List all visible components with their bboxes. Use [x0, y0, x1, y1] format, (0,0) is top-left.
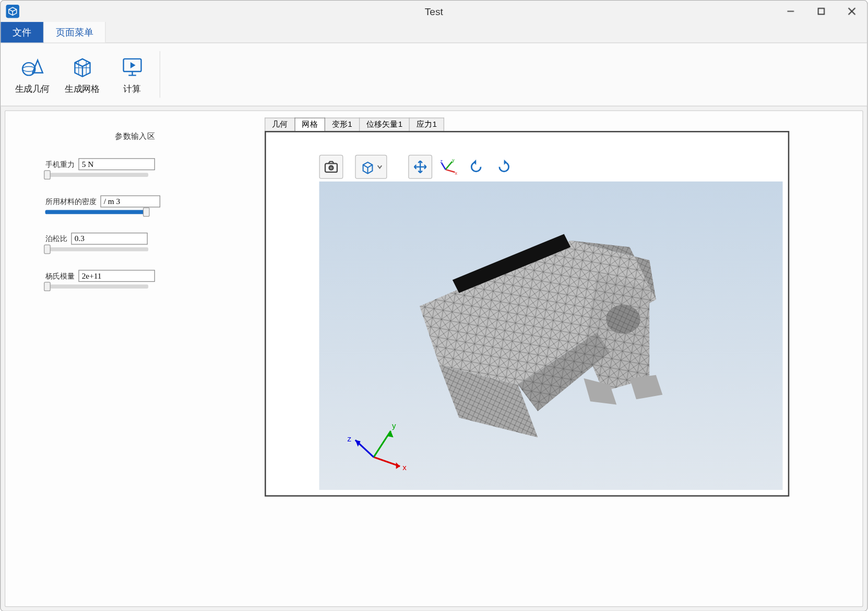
poisson-input[interactable] — [71, 233, 148, 245]
param-label: 泊松比 — [45, 234, 67, 244]
param-row-youngs: 杨氏模量 — [45, 270, 252, 289]
poisson-slider[interactable] — [45, 247, 148, 251]
density-slider[interactable] — [45, 210, 148, 214]
phone-weight-input[interactable] — [78, 158, 155, 170]
param-label: 杨氏模量 — [45, 271, 75, 281]
menu-tab-file[interactable]: 文件 — [1, 22, 44, 42]
viz-tabs: 几何 网格 变形1 位移矢量1 应力1 — [265, 117, 789, 130]
svg-text:y: y — [452, 158, 455, 163]
generate-mesh-button[interactable]: 生成网格 — [57, 46, 108, 103]
svg-text:z: z — [440, 159, 443, 164]
param-row-phone-weight: 手机重力 — [45, 158, 252, 177]
play-monitor-icon — [120, 54, 145, 79]
svg-line-12 — [446, 170, 455, 172]
ribbon: 生成几何 生成网格 计算 — [1, 43, 867, 106]
rotate-left-button[interactable] — [464, 155, 488, 179]
param-panel-title: 参数输入区 — [19, 131, 252, 142]
generate-geometry-button[interactable]: 生成几何 — [7, 46, 57, 103]
rotate-right-button[interactable] — [492, 155, 516, 179]
window-controls — [775, 1, 867, 22]
svg-text:z: z — [348, 434, 352, 443]
viz-tab-label: 应力1 — [417, 119, 437, 130]
cube-mesh-icon — [69, 54, 94, 79]
viz-tab-label: 网格 — [302, 119, 318, 130]
scene-3d[interactable]: x y z — [319, 182, 783, 490]
svg-point-11 — [330, 166, 332, 169]
menu-tab-page[interactable]: 页面菜单 — [44, 22, 105, 42]
param-row-poisson: 泊松比 — [45, 233, 252, 251]
viz-tab-label: 变形1 — [332, 119, 352, 130]
viz-tab-stress[interactable]: 应力1 — [409, 117, 444, 130]
svg-rect-1 — [818, 8, 824, 14]
density-input[interactable] — [100, 196, 160, 208]
parameter-panel: 参数输入区 手机重力 所用材料的密度 — [5, 111, 265, 606]
svg-point-19 — [606, 305, 640, 333]
ribbon-label: 生成网格 — [65, 83, 99, 95]
close-button[interactable] — [837, 1, 867, 22]
axis-triad: x y z — [348, 421, 407, 472]
ribbon-separator — [160, 51, 160, 98]
maximize-button[interactable] — [806, 1, 837, 22]
minimize-button[interactable] — [775, 1, 806, 22]
compute-button[interactable]: 计算 — [107, 46, 157, 103]
svg-text:x: x — [455, 171, 457, 176]
axes-button[interactable]: x y z — [436, 155, 460, 179]
param-row-density: 所用材料的密度 — [45, 196, 252, 214]
camera-button[interactable] — [319, 155, 343, 179]
viewport[interactable]: x y z — [265, 131, 789, 497]
phone-weight-slider[interactable] — [45, 173, 148, 177]
svg-text:y: y — [392, 421, 396, 430]
viz-tab-deform[interactable]: 变形1 — [325, 117, 360, 130]
menu-tab-label: 文件 — [13, 26, 31, 38]
svg-text:x: x — [402, 463, 407, 472]
sphere-cone-icon — [20, 54, 45, 79]
svg-line-20 — [374, 457, 400, 466]
param-label: 所用材料的密度 — [45, 196, 97, 206]
title-bar: Test — [1, 1, 867, 22]
app-icon — [6, 5, 19, 18]
viz-tab-label: 位移矢量1 — [366, 119, 403, 130]
visualization-panel: 几何 网格 变形1 位移矢量1 应力1 — [265, 111, 862, 606]
view-cube-button[interactable] — [355, 155, 387, 179]
viz-tab-label: 几何 — [272, 119, 288, 130]
window-title: Test — [1, 6, 867, 17]
viz-tab-displacement[interactable]: 位移矢量1 — [359, 117, 410, 130]
app-window: Test 文件 页面菜单 生成几何 生成网格 — [0, 0, 868, 611]
youngs-input[interactable] — [78, 270, 155, 282]
menu-tab-label: 页面菜单 — [56, 26, 93, 38]
ribbon-label: 生成几何 — [15, 83, 50, 95]
svg-line-14 — [446, 162, 453, 170]
param-label: 手机重力 — [45, 159, 75, 169]
main-area: 参数输入区 手机重力 所用材料的密度 — [5, 110, 863, 607]
youngs-slider[interactable] — [45, 284, 148, 289]
pan-button[interactable] — [408, 155, 432, 179]
viewport-toolbar: x y z — [319, 153, 516, 180]
ribbon-label: 计算 — [123, 83, 140, 95]
viz-tab-mesh[interactable]: 网格 — [294, 117, 325, 130]
menu-tabs: 文件 页面菜单 — [1, 22, 867, 43]
viz-tab-geometry[interactable]: 几何 — [265, 117, 295, 130]
